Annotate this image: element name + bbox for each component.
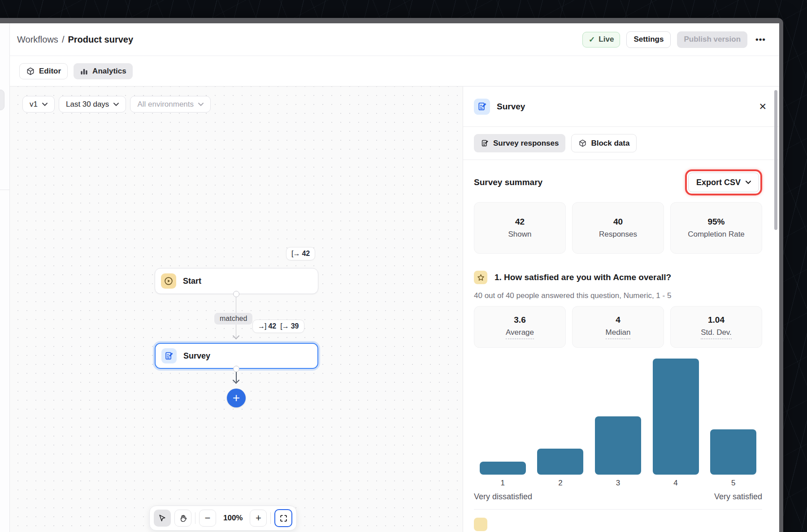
check-icon: ✓ <box>589 35 595 44</box>
version-dropdown-value: v1 <box>30 100 38 109</box>
node-start-label: Start <box>183 277 201 286</box>
workflow-canvas[interactable]: v1 Last 30 days All environments [→ 42 <box>10 87 463 532</box>
version-dropdown[interactable]: v1 <box>22 96 55 112</box>
fit-view-button[interactable] <box>274 509 292 527</box>
hand-icon <box>179 514 187 523</box>
breadcrumb-separator: / <box>62 35 65 45</box>
add-node-button[interactable]: + <box>227 389 246 407</box>
export-csv-button[interactable]: Export CSV <box>688 173 759 192</box>
breadcrumb-current: Product survey <box>68 35 133 45</box>
rail-divider <box>0 190 9 190</box>
question-title: 1. How satisfied are you with Acme overa… <box>495 272 671 282</box>
tab-analytics[interactable]: Analytics <box>74 63 133 79</box>
survey-icon <box>474 99 490 115</box>
zoom-out-button[interactable]: − <box>199 510 216 527</box>
stat-label: Completion Rate <box>688 230 745 239</box>
tab-block-data[interactable]: Block data <box>571 134 637 152</box>
survey-summary-heading: Survey summary <box>474 177 542 187</box>
start-exit-count-badge[interactable]: [→ 42 <box>286 247 315 260</box>
date-range-dropdown-value: Last 30 days <box>66 100 109 109</box>
section-divider <box>474 509 762 510</box>
survey-output-handle[interactable] <box>233 366 239 372</box>
fit-view-icon <box>279 514 288 523</box>
cube-icon <box>26 67 35 76</box>
stat-value: 40 <box>613 217 623 227</box>
stat-value: 3.6 <box>514 315 525 325</box>
environment-dropdown[interactable]: All environments <box>130 96 211 112</box>
date-range-dropdown[interactable]: Last 30 days <box>59 96 126 112</box>
edge-arrowhead-dark <box>233 377 240 384</box>
stat-card-responses: 40 Responses <box>572 202 664 254</box>
question-subtitle: 40 out of 40 people answered this questi… <box>474 291 762 300</box>
chart-bar-2 <box>532 449 590 475</box>
stat-card-shown: 42 Shown <box>474 202 566 254</box>
chart-tick-1: 1 <box>474 479 532 488</box>
tab-survey-responses-label: Survey responses <box>493 139 559 148</box>
close-icon[interactable]: ✕ <box>759 102 767 111</box>
toolbar-divider <box>270 512 271 524</box>
panel-scrollbar[interactable] <box>774 90 777 230</box>
plus-icon: + <box>256 513 261 523</box>
live-label: Live <box>599 35 614 44</box>
panel-header: Survey ✕ <box>463 87 779 127</box>
pan-tool-button[interactable] <box>174 510 191 527</box>
tab-analytics-label: Analytics <box>92 67 126 76</box>
toolbar-divider <box>195 512 195 524</box>
response-distribution-chart: 12345 Very dissatisfied Very satisfied <box>474 358 762 502</box>
chart-tick-3: 3 <box>589 479 647 488</box>
left-rail <box>0 23 10 532</box>
bar-chart-icon <box>80 67 88 76</box>
export-csv-highlight-ring: Export CSV <box>685 169 762 195</box>
rail-drag-handle[interactable] <box>0 90 4 110</box>
breadcrumb: Workflows / Product survey <box>17 35 133 45</box>
play-icon <box>161 273 176 289</box>
app-window: Workflows / Product survey ✓ Live Settin… <box>0 18 783 532</box>
chart-tick-2: 2 <box>532 479 590 488</box>
breadcrumb-workflows[interactable]: Workflows <box>17 35 58 45</box>
survey-enter-exit-badge[interactable]: →] 42 [→ 39 <box>252 320 304 333</box>
star-icon <box>474 271 487 284</box>
node-survey[interactable]: Survey <box>155 343 318 369</box>
tab-editor-label: Editor <box>39 67 61 76</box>
survey-enter-count: 42 <box>268 322 276 330</box>
environment-dropdown-value: All environments <box>137 100 194 109</box>
next-question-star-icon <box>474 518 487 531</box>
settings-button[interactable]: Settings <box>626 31 671 48</box>
node-start[interactable]: Start <box>155 268 318 294</box>
chart-bar-4 <box>647 359 705 475</box>
mode-tabbar: Editor Analytics <box>10 56 779 87</box>
summary-stats-row: 42 Shown 40 Responses 95% Completion Rat… <box>474 202 762 254</box>
chevron-down-icon <box>42 103 48 106</box>
chart-bar-1 <box>474 462 532 475</box>
publish-version-button[interactable]: Publish version <box>677 31 747 48</box>
chart-bar-5 <box>704 429 762 475</box>
stat-value: 1.04 <box>708 315 725 325</box>
question-stats-row: 3.6 Average 4 Median 1.04 Std. Dev. <box>474 306 762 348</box>
app-header: Workflows / Product survey ✓ Live Settin… <box>10 23 779 56</box>
tab-editor[interactable]: Editor <box>19 63 68 79</box>
chart-tick-5: 5 <box>704 479 762 488</box>
chevron-down-icon <box>746 181 751 184</box>
chevron-down-icon <box>198 103 204 106</box>
survey-responses-icon <box>481 139 489 147</box>
tab-survey-responses[interactable]: Survey responses <box>474 134 565 152</box>
cube-icon <box>578 139 587 147</box>
export-csv-label: Export CSV <box>696 178 741 187</box>
stat-value: 95% <box>707 217 725 227</box>
survey-detail-panel: Survey ✕ Survey responses Block data <box>463 87 779 532</box>
stat-label: Responses <box>599 230 637 239</box>
live-status-badge: ✓ Live <box>582 32 620 48</box>
survey-icon <box>161 348 177 363</box>
start-output-handle[interactable] <box>233 291 239 297</box>
chart-tick-4: 4 <box>647 479 705 488</box>
canvas-filters: v1 Last 30 days All environments <box>22 96 211 112</box>
stat-label: Median <box>606 328 631 339</box>
zoom-in-button[interactable]: + <box>250 510 267 527</box>
edge-label-matched[interactable]: matched <box>214 313 252 324</box>
panel-tabs: Survey responses Block data <box>463 127 779 160</box>
stat-value: 4 <box>616 315 620 325</box>
node-survey-label: Survey <box>183 351 210 361</box>
stat-value: 42 <box>515 217 525 227</box>
more-menu-button[interactable]: ••• <box>754 35 768 44</box>
pointer-tool-button[interactable] <box>154 510 171 527</box>
